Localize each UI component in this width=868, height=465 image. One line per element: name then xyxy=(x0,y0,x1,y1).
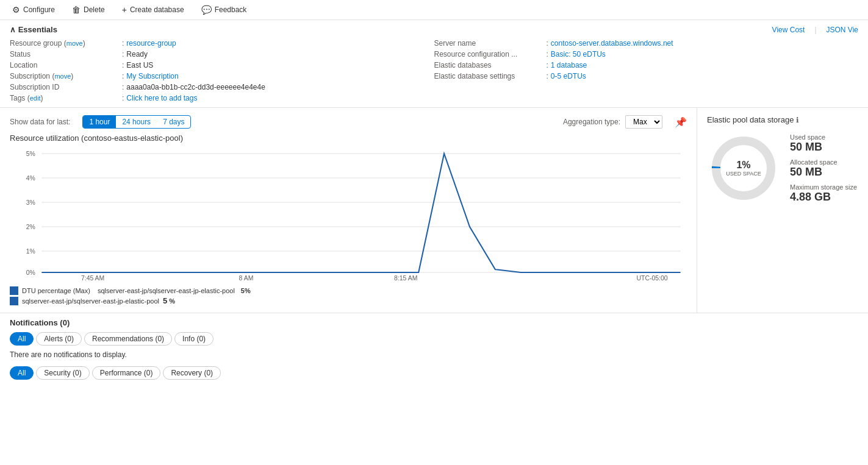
essentials-section: ∧ Essentials View Cost | JSON Vie Resour… xyxy=(0,20,868,108)
storage-panel: Elastic pool data storage ℹ 1% USED SPAC… xyxy=(697,108,868,313)
allocated-space-stat: Allocated space 50 MB xyxy=(790,158,857,179)
time-1h-button[interactable]: 1 hour xyxy=(83,116,116,128)
chart-svg: 5% 4% 3% 2% 1% 0% 7:45 AM 8 AM 8:15 xyxy=(10,147,687,282)
svg-text:4%: 4% xyxy=(26,175,35,182)
view-cost-link[interactable]: View Cost xyxy=(772,26,805,34)
time-buttons: 1 hour 24 hours 7 days xyxy=(82,115,191,129)
notif-tab-recommendations[interactable]: Recommendations (0) xyxy=(84,332,172,346)
create-database-button[interactable]: + Create database xyxy=(120,4,187,16)
elastic-databases-row: Elastic databases : 1 database xyxy=(434,61,859,69)
subscription-id-row: Subscription ID : aaaa0a0a-bb1b-cc2c-dd3… xyxy=(10,83,434,91)
legend-metric: DTU percentage (Max) xyxy=(22,287,90,294)
legend-series: sqlserver-east-jp/sqlserver-east-jp-elas… xyxy=(98,287,235,294)
svg-text:1%: 1% xyxy=(26,248,35,255)
max-storage-stat: Maximum storage size 4.88 GB xyxy=(790,183,857,204)
aggregation-area: Aggregation type: Max Min Avg xyxy=(563,115,662,129)
donut-label: 1% USED SPACE xyxy=(726,160,761,177)
storage-chart-area: 1% USED SPACE Used space 50 MB Allocated… xyxy=(707,132,858,205)
subscription-row: Subscription (move) : My Subscription xyxy=(10,72,434,80)
health-tabs: All Security (0) Performance (0) Recover… xyxy=(10,366,858,380)
essentials-links: View Cost | JSON Vie xyxy=(772,26,858,34)
essentials-title: ∧ Essentials xyxy=(10,25,57,34)
pin-icon[interactable]: 📌 xyxy=(675,116,687,128)
elastic-settings-row: Elastic database settings : 0-5 eDTUs xyxy=(434,72,859,80)
elastic-settings-link[interactable]: 0-5 eDTUs xyxy=(551,72,586,80)
svg-text:5%: 5% xyxy=(26,151,35,157)
svg-text:0%: 0% xyxy=(26,269,35,276)
storage-title: Elastic pool data storage ℹ xyxy=(707,115,858,124)
status-row: Status : Ready xyxy=(10,50,434,59)
notif-tab-alerts[interactable]: Alerts (0) xyxy=(36,332,82,346)
time-24h-button[interactable]: 24 hours xyxy=(116,116,157,128)
create-database-label: Create database xyxy=(130,5,184,14)
collapse-icon[interactable]: ∧ xyxy=(10,25,16,34)
donut-percent: 1% xyxy=(726,160,761,171)
json-view-link[interactable]: JSON Vie xyxy=(827,26,858,34)
tags-label: Tags xyxy=(10,94,25,102)
chart-legend: DTU percentage (Max) sqlserver-east-jp/s… xyxy=(10,286,687,295)
feedback-icon: 💬 xyxy=(201,5,212,15)
notifications-title: Notifications (0) xyxy=(10,318,858,327)
server-name-row: Server name : contoso-server.database.wi… xyxy=(434,39,859,48)
subscription-value-link[interactable]: My Subscription xyxy=(126,72,178,80)
resource-group-value-link[interactable]: resource-group xyxy=(126,39,176,48)
delete-button[interactable]: 🗑 Delete xyxy=(70,4,107,16)
chart-controls: Show data for last: 1 hour 24 hours 7 da… xyxy=(10,115,687,129)
notifications-message: There are no notifications to display. xyxy=(10,350,858,359)
legend-series2: sqlserver-east-jp/sqlserver-east-jp-elas… xyxy=(22,297,159,305)
resource-group-label: Resource group xyxy=(10,39,62,48)
toolbar: ⚙ Configure 🗑 Delete + Create database 💬… xyxy=(0,0,868,20)
legend-val2: 5 % xyxy=(163,296,175,305)
legend-value: 5% xyxy=(241,287,251,294)
svg-text:3%: 3% xyxy=(26,199,35,206)
donut-container: 1% USED SPACE xyxy=(707,132,780,205)
main-content: Show data for last: 1 hour 24 hours 7 da… xyxy=(0,108,868,313)
svg-text:8 AM: 8 AM xyxy=(239,275,254,282)
chart-container: 5% 4% 3% 2% 1% 0% 7:45 AM 8 AM 8:15 xyxy=(10,147,687,282)
subscription-id-label: Subscription ID xyxy=(10,83,120,91)
delete-label: Delete xyxy=(84,5,105,14)
tags-edit-link[interactable]: edit xyxy=(30,94,41,102)
health-tab-recovery[interactable]: Recovery (0) xyxy=(163,366,221,380)
subscription-label: Subscription xyxy=(10,72,50,80)
elastic-settings-label: Elastic database settings xyxy=(434,72,544,80)
health-tab-performance[interactable]: Performance (0) xyxy=(92,366,161,380)
time-7d-button[interactable]: 7 days xyxy=(157,116,190,128)
svg-text:UTC-05:00: UTC-05:00 xyxy=(636,275,667,282)
used-space-value: 50 MB xyxy=(790,141,857,154)
feedback-label: Feedback xyxy=(215,5,247,14)
configure-icon: ⚙ xyxy=(12,5,20,15)
info-icon[interactable]: ℹ xyxy=(796,116,799,124)
subscription-move-link[interactable]: move xyxy=(54,73,71,80)
essentials-header: ∧ Essentials View Cost | JSON Vie xyxy=(10,25,858,34)
elastic-databases-label: Elastic databases xyxy=(434,61,544,69)
location-value: East US xyxy=(126,61,153,69)
health-tab-all[interactable]: All xyxy=(10,366,34,380)
location-label: Location xyxy=(10,61,120,69)
show-data-label: Show data for last: xyxy=(10,118,70,126)
tags-value-link[interactable]: Click here to add tags xyxy=(126,94,197,102)
server-name-link[interactable]: contoso-server.database.windows.net xyxy=(551,39,673,48)
resource-group-move-link[interactable]: move xyxy=(66,40,83,47)
notif-tab-info[interactable]: Info (0) xyxy=(174,332,213,346)
aggregation-label: Aggregation type: xyxy=(563,118,620,126)
notif-tab-all[interactable]: All xyxy=(10,332,34,346)
status-label: Status xyxy=(10,50,120,59)
location-row: Location : East US xyxy=(10,61,434,69)
feedback-button[interactable]: 💬 Feedback xyxy=(199,4,249,16)
aggregation-select[interactable]: Max Min Avg xyxy=(625,115,662,129)
notif-tabs: All Alerts (0) Recommendations (0) Info … xyxy=(10,332,858,346)
configure-button[interactable]: ⚙ Configure xyxy=(10,4,57,16)
elastic-databases-link[interactable]: 1 database xyxy=(551,61,587,69)
max-storage-label: Maximum storage size xyxy=(790,183,857,191)
resource-config-row: Resource configuration ... : Basic: 50 e… xyxy=(434,50,859,59)
configure-label: Configure xyxy=(23,5,55,14)
storage-stats: Used space 50 MB Allocated space 50 MB M… xyxy=(790,133,857,204)
resource-config-link[interactable]: Basic: 50 eDTUs xyxy=(551,50,606,59)
legend-color xyxy=(10,286,18,295)
delete-icon: 🗑 xyxy=(72,5,81,15)
status-value: Ready xyxy=(126,50,148,59)
health-tab-security[interactable]: Security (0) xyxy=(36,366,89,380)
legend-color2 xyxy=(10,297,18,305)
svg-text:2%: 2% xyxy=(26,224,35,230)
